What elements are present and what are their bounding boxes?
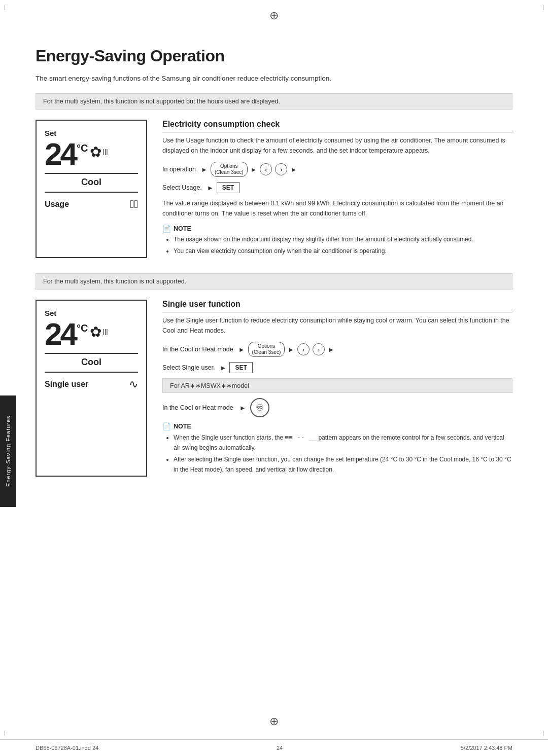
- lcd2-temp-unit: °C: [77, 322, 88, 334]
- lcd2-divider2: [45, 372, 138, 373]
- section2-note-label: NOTE: [174, 423, 191, 430]
- section1-note-box: 📄 NOTE The usage shown on the indoor uni…: [162, 225, 512, 256]
- section2-set-btn[interactable]: SET: [229, 362, 252, 373]
- section1-in-operation-label: In operation: [162, 166, 196, 173]
- section2-note-header: 📄 NOTE: [162, 422, 512, 430]
- lcd2-wind-icon: ∿: [129, 378, 138, 391]
- corner-mark-tr: |: [542, 4, 544, 10]
- section1-note-header: 📄 NOTE: [162, 225, 512, 233]
- lcd-panel-2: Set 24 °C ✿ ||| Cool Single user ∿: [36, 300, 147, 476]
- corner-mark-br: |: [542, 730, 544, 736]
- main-content: Energy-Saving Operation The smart energy…: [0, 26, 548, 512]
- page-footer: DB68-06728A-01.indd 24 24 5/2/2017 2:43:…: [0, 739, 548, 756]
- section1-arrow3: ►: [290, 166, 297, 173]
- lcd1-mode-label: Cool: [45, 177, 138, 188]
- note-icon-1: 📄: [162, 225, 171, 233]
- section2-row: Set 24 °C ✿ ||| Cool Single user ∿ Singl…: [36, 300, 512, 476]
- section1-note-item-1: The usage shown on the indoor unit displ…: [174, 235, 512, 244]
- section1-body: Use the Usage function to check the amou…: [162, 135, 512, 156]
- section1-notice: For the multi system, this function is n…: [36, 93, 512, 110]
- footer-right: 5/2/2017 2:43:48 PM: [461, 745, 512, 751]
- crosshair-symbol-top: ⊕: [269, 9, 279, 22]
- page-title: Energy-Saving Operation: [36, 47, 512, 65]
- section1-arrow1: ►: [201, 166, 208, 173]
- section2-nav-right[interactable]: ›: [313, 343, 325, 355]
- ar-model-bar: For AR∗∗MSWX∗∗model: [162, 378, 512, 393]
- section2-body: Use the Single user function to reduce e…: [162, 315, 512, 336]
- pattern-text: ≡≡ -- __: [285, 434, 317, 441]
- options-btn-sub: (Clean 3sec): [215, 169, 244, 175]
- lcd2-mode-label: Cool: [45, 357, 138, 368]
- lcd1-divider2: [45, 192, 138, 193]
- section2-arrow3: ►: [328, 346, 334, 353]
- lcd1-signal-bars: |||: [102, 148, 108, 155]
- lcd2-signal-bars: |||: [102, 328, 108, 335]
- lcd1-divider1: [45, 173, 138, 174]
- section2-title: Single user function: [162, 300, 512, 312]
- section2-options-sub: (Clean 3sec): [252, 349, 281, 355]
- desc-col-1: Electricity consumption check Use the Us…: [162, 120, 512, 258]
- intro-text: The smart energy-saving functions of the…: [36, 75, 512, 82]
- section1-note-label: NOTE: [174, 225, 191, 232]
- lcd1-temp-number: 24: [45, 138, 76, 170]
- section1-arrow2: ►: [251, 166, 257, 173]
- section1-note-item-2: You can view electricity consumption onl…: [174, 246, 512, 256]
- section1-title: Electricity consumption check: [162, 120, 512, 132]
- lcd1-temp-unit: °C: [77, 142, 88, 154]
- crosshair-top: ⊕: [0, 0, 548, 26]
- section2-select-row: Select Single user. ► SET: [162, 362, 512, 373]
- section1-note-list: The usage shown on the indoor unit displ…: [162, 235, 512, 256]
- section2-note-list: When the Single user function starts, th…: [162, 433, 512, 474]
- lcd2-divider1: [45, 353, 138, 354]
- section2-options-btn[interactable]: Options (Clean 3sec): [248, 342, 285, 357]
- side-tab: Energy-Saving Features: [0, 395, 16, 507]
- footer-left: DB68-06728A-01.indd 24: [36, 745, 98, 751]
- desc-col-2: Single user function Use the Single user…: [162, 300, 512, 476]
- section2-note-item-2: After selecting the Single user function…: [174, 455, 512, 474]
- corner-mark-tl: |: [4, 4, 6, 10]
- lcd-panel-1: Set 24 °C ✿ ||| Cool Usage あ̃: [36, 120, 147, 258]
- crosshair-symbol-bottom: ⊕: [269, 715, 279, 728]
- section2-select-label: Select Single user.: [162, 364, 215, 371]
- section2-operation-row: In the Cool or Heat mode ► Options (Clea…: [162, 342, 512, 357]
- section1-nav-right[interactable]: ›: [275, 163, 287, 175]
- page-number: 24: [277, 745, 283, 751]
- section2-arrow1: ►: [238, 346, 245, 353]
- section2-note-item-1: When the Single user function starts, th…: [174, 433, 512, 453]
- lcd2-temp-row: 24 °C ✿ |||: [45, 318, 138, 350]
- page-wrapper: | | ⊕ Energy-Saving Features Energy-Savi…: [0, 0, 548, 756]
- section2-in-cool-heat-label: In the Cool or Heat mode: [162, 346, 233, 353]
- lcd2-temp-number: 24: [45, 318, 76, 350]
- lcd1-fan-icon: ✿: [90, 143, 101, 160]
- section1-arrow4: ►: [207, 184, 214, 192]
- section1-select-label: Select Usage.: [162, 184, 202, 191]
- section2-nav-left[interactable]: ‹: [297, 343, 310, 355]
- lcd1-bottom-row: Usage あ̃: [45, 198, 138, 211]
- section2-heat-mode-row2: In the Cool or Heat mode ► ♾: [162, 398, 512, 417]
- lcd2-bottom-row: Single user ∿: [45, 378, 138, 391]
- section2-arrow2: ►: [288, 346, 294, 353]
- section2-remote-icon: ♾: [250, 398, 269, 417]
- lcd2-bottom-label: Single user: [45, 380, 88, 389]
- section1-operation-row: In operation ► Options (Clean 3sec) ► ‹ …: [162, 162, 512, 177]
- lcd1-wind-icon: あ̃: [130, 198, 138, 211]
- lcd1-temp-row: 24 °C ✿ |||: [45, 138, 138, 170]
- section1-nav-left[interactable]: ‹: [260, 163, 272, 175]
- note-icon-2: 📄: [162, 422, 171, 430]
- corner-mark-bl: |: [4, 730, 6, 736]
- section2-options-label: Options: [258, 343, 275, 349]
- section1-select-row: Select Usage. ► SET: [162, 182, 512, 193]
- lcd1-bottom-label: Usage: [45, 200, 69, 209]
- crosshair-bottom: ⊕: [269, 715, 279, 728]
- section2-note-box: 📄 NOTE When the Single user function sta…: [162, 422, 512, 474]
- options-btn-label: Options: [220, 163, 237, 169]
- section1-value-range: The value range displayed is between 0.1…: [162, 198, 512, 219]
- side-tab-label: Energy-Saving Features: [5, 416, 11, 487]
- lcd2-fan-icon: ✿: [90, 323, 101, 340]
- section1-set-btn[interactable]: SET: [217, 182, 239, 193]
- section1-row: Set 24 °C ✿ ||| Cool Usage あ̃ Electricit…: [36, 120, 512, 258]
- section2-arrow4: ►: [220, 364, 227, 372]
- section2-notice: For the multi system, this function is n…: [36, 273, 512, 290]
- section2-heat-label2: In the Cool or Heat mode: [162, 404, 233, 411]
- section1-options-btn[interactable]: Options (Clean 3sec): [211, 162, 248, 177]
